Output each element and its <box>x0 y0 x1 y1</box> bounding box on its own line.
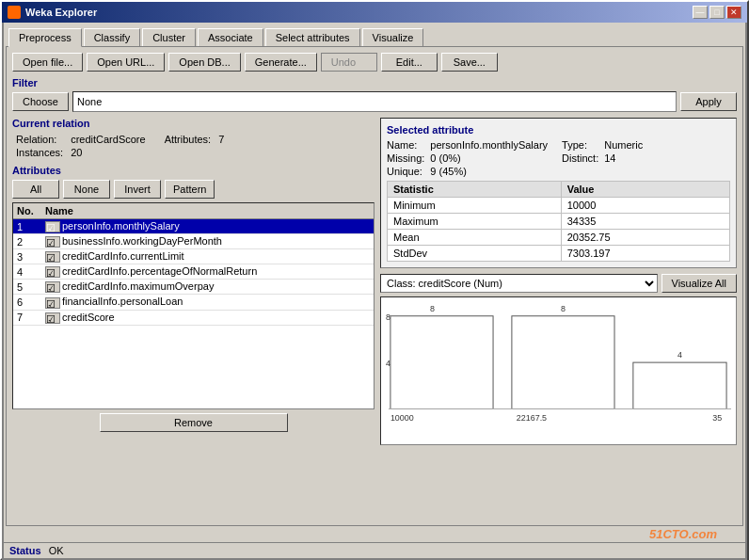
remove-btn-row: Remove <box>12 413 374 432</box>
name-value: personInfo.monthlySalary <box>430 139 556 151</box>
svg-text:4: 4 <box>677 350 682 360</box>
svg-rect-2 <box>633 362 726 408</box>
attributes-label: Attributes: <box>150 133 215 146</box>
name-label: Name: <box>387 139 424 151</box>
visualize-all-button[interactable]: Visualize All <box>661 274 738 293</box>
window-controls: — □ ✕ <box>693 6 741 19</box>
attr-name: ☑creditCardInfo.currentLimit <box>41 249 374 264</box>
relation-label: Relation: <box>12 133 67 146</box>
histogram-svg: 8 4 8 8 4 10000 22167.5 <box>381 297 736 444</box>
attr-checkbox[interactable]: ☑ <box>45 312 60 324</box>
svg-rect-0 <box>390 316 493 409</box>
attr-no: 5 <box>13 280 41 295</box>
all-button[interactable]: All <box>12 180 59 199</box>
tab-bar: Preprocess Classify Cluster Associate Se… <box>6 24 743 46</box>
attr-no: 4 <box>13 264 41 280</box>
tab-select-attributes[interactable]: Select attributes <box>265 28 360 47</box>
class-select[interactable]: Class: creditScore (Num) <box>380 274 658 293</box>
attr-buttons: All None Invert Pattern <box>12 180 374 199</box>
none-button[interactable]: None <box>63 180 110 199</box>
attr-no: 6 <box>13 295 41 310</box>
stats-row: StdDev 7303.197 <box>388 246 730 262</box>
stats-row: Maximum 34335 <box>388 214 730 230</box>
status-bar: Status OK <box>4 542 745 558</box>
undo-button: Undo <box>321 53 377 72</box>
unique-value: 9 (45%) <box>430 166 556 177</box>
attributes-table: No. Name 1 ☑personInfo.monthlySalary 2 ☑… <box>13 203 374 326</box>
table-row[interactable]: 5 ☑creditCardInfo.maximumOverpay <box>13 280 374 295</box>
status-value: OK <box>49 545 64 556</box>
open-file-button[interactable]: Open file... <box>12 53 83 72</box>
attr-checkbox[interactable]: ☑ <box>45 266 60 278</box>
table-row[interactable]: 1 ☑personInfo.monthlySalary <box>13 219 374 234</box>
tab-associate[interactable]: Associate <box>198 28 263 47</box>
edit-button[interactable]: Edit... <box>381 53 438 72</box>
attr-checkbox[interactable]: ☑ <box>45 251 60 263</box>
table-row[interactable]: 4 ☑creditCardInfo.percentageOfNormalRetu… <box>13 264 374 280</box>
svg-text:8: 8 <box>386 312 390 322</box>
save-button[interactable]: Save... <box>441 53 498 72</box>
svg-text:8: 8 <box>561 304 566 313</box>
current-relation-title: Current relation <box>12 118 374 129</box>
stat-value: 10000 <box>561 198 729 214</box>
table-row[interactable]: 6 ☑financialInfo.personalLoan <box>13 295 374 310</box>
stat-name: Maximum <box>388 214 562 230</box>
attr-no: 7 <box>13 310 41 325</box>
pattern-button[interactable]: Pattern <box>165 180 215 199</box>
relation-value: creditCardScore <box>67 133 149 146</box>
remove-button[interactable]: Remove <box>100 413 288 432</box>
filter-label: Filter <box>12 77 737 88</box>
filter-value: None <box>72 91 677 112</box>
maximize-button[interactable]: □ <box>709 6 725 19</box>
instances-value: 20 <box>67 146 149 159</box>
main-area: Current relation Relation: creditCardSco… <box>12 118 737 445</box>
minimize-button[interactable]: — <box>693 6 708 19</box>
generate-button[interactable]: Generate... <box>245 53 317 72</box>
apply-button[interactable]: Apply <box>680 92 737 111</box>
tab-preprocess[interactable]: Preprocess <box>8 28 82 47</box>
tab-cluster[interactable]: Cluster <box>142 28 196 47</box>
table-row[interactable]: 7 ☑creditScore <box>13 310 374 325</box>
filter-row: Choose None Apply <box>12 91 737 112</box>
svg-text:8: 8 <box>430 304 435 313</box>
svg-text:10000: 10000 <box>390 413 414 423</box>
left-panel: Current relation Relation: creditCardSco… <box>12 118 374 445</box>
attr-checkbox[interactable]: ☑ <box>45 236 60 248</box>
attr-name: ☑financialInfo.personalLoan <box>41 295 374 310</box>
current-relation: Relation: creditCardScore Attributes: 7 … <box>12 133 374 159</box>
attr-no: 2 <box>13 234 41 249</box>
open-url-button[interactable]: Open URL... <box>87 53 165 72</box>
tab-classify[interactable]: Classify <box>84 28 141 47</box>
close-button[interactable]: ✕ <box>726 6 741 19</box>
attr-name: ☑personInfo.monthlySalary <box>41 219 374 234</box>
window-title: Weka Explorer <box>25 7 97 18</box>
unique-label: Unique: <box>387 166 424 177</box>
stats-row: Mean 20352.75 <box>388 230 730 246</box>
attributes-section: Attributes All None Invert Pattern <box>12 165 374 432</box>
instances-label: Instances: <box>12 146 67 159</box>
attr-info-grid: Name: personInfo.monthlySalary Type: Num… <box>387 139 730 177</box>
attr-name: ☑businessInfo.workingDayPerMonth <box>41 234 374 249</box>
open-db-button[interactable]: Open DB... <box>168 53 240 72</box>
right-panel: Selected attribute Name: personInfo.mont… <box>380 118 737 445</box>
invert-button[interactable]: Invert <box>114 180 161 199</box>
stat-value: 34335 <box>561 214 729 230</box>
svg-rect-1 <box>512 316 614 409</box>
svg-text:35: 35 <box>712 413 722 423</box>
stat-name: StdDev <box>388 246 562 262</box>
attr-name: ☑creditScore <box>41 310 374 325</box>
stat-value: 20352.75 <box>561 230 729 246</box>
tab-visualize[interactable]: Visualize <box>362 28 424 47</box>
choose-button[interactable]: Choose <box>12 92 69 111</box>
attr-checkbox[interactable]: ☑ <box>45 221 60 232</box>
stat-name: Minimum <box>388 198 562 214</box>
filter-section: Filter Choose None Apply <box>12 77 737 112</box>
stat-name: Mean <box>388 230 562 246</box>
distinct-value: 14 <box>604 152 730 164</box>
table-row[interactable]: 2 ☑businessInfo.workingDayPerMonth <box>13 234 374 249</box>
histogram-area: 8 4 8 8 4 10000 22167.5 <box>380 296 737 445</box>
attr-no: 3 <box>13 249 41 264</box>
attr-checkbox[interactable]: ☑ <box>45 281 60 293</box>
table-row[interactable]: 3 ☑creditCardInfo.currentLimit <box>13 249 374 264</box>
attr-checkbox[interactable]: ☑ <box>45 297 60 309</box>
